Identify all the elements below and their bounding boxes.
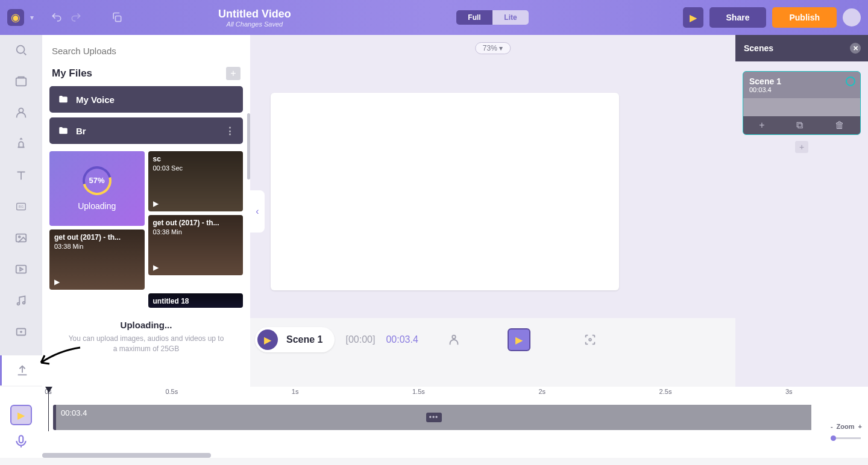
- upload-status: Uploading...: [42, 315, 250, 334]
- app-logo[interactable]: ◉: [7, 9, 24, 26]
- uploading-tile: 57% Uploading: [49, 151, 145, 226]
- undo-icon[interactable]: [51, 11, 63, 23]
- folder-item[interactable]: My Voice: [49, 86, 243, 113]
- folder-item[interactable]: Br ⋮: [49, 117, 243, 144]
- current-scene-label: Scene 1: [286, 334, 322, 345]
- add-scene-button[interactable]: +: [795, 141, 808, 153]
- horizontal-scrollbar[interactable]: [42, 453, 211, 458]
- text-icon[interactable]: [13, 167, 29, 183]
- timeline-ruler: 0s 0.5s 1s 1.5s 2s 2.5s 3s: [48, 388, 820, 400]
- collapse-panel-icon[interactable]: ‹: [250, 190, 265, 232]
- zoom-out-button[interactable]: -: [831, 423, 833, 430]
- clip-icon[interactable]: ▶: [508, 328, 530, 351]
- tile-duration: 00:03 Sec: [153, 164, 183, 172]
- zoom-slider[interactable]: [831, 437, 861, 439]
- play-button[interactable]: ▶: [257, 329, 278, 350]
- svg-point-1: [17, 46, 25, 54]
- tile-title: get out (2017) - th...: [54, 233, 140, 242]
- tile-title: sc: [153, 155, 239, 163]
- focus-icon[interactable]: [583, 333, 597, 346]
- svg-rect-14: [19, 435, 24, 443]
- timeline-clip-icon[interactable]: ▶: [10, 405, 32, 425]
- time-start: [00:00]: [345, 334, 375, 345]
- svg-point-13: [589, 339, 591, 341]
- zoom-dropdown[interactable]: 73% ▾: [475, 42, 511, 54]
- effects-icon[interactable]: [13, 324, 29, 340]
- svg-point-7: [19, 236, 20, 238]
- scene-active-indicator: [846, 76, 855, 86]
- play-icon[interactable]: ▶: [54, 278, 60, 286]
- video-title[interactable]: Untitled Video: [218, 8, 291, 20]
- svg-rect-0: [116, 16, 121, 22]
- add-folder-button[interactable]: +: [226, 67, 241, 80]
- add-scene-icon[interactable]: +: [759, 120, 764, 131]
- svg-point-12: [452, 335, 456, 339]
- scene-time: 00:03.4: [749, 86, 854, 93]
- image-icon[interactable]: [13, 230, 29, 246]
- search-uploads-input[interactable]: [52, 46, 241, 56]
- close-scenes-icon[interactable]: ✕: [850, 43, 861, 54]
- scene-thumbnail: [743, 98, 860, 116]
- delete-scene-icon[interactable]: 🗑: [835, 120, 844, 131]
- uploading-label: Uploading: [78, 201, 116, 211]
- clip-duration: 00:03.4: [61, 408, 87, 417]
- publish-button[interactable]: Publish: [772, 7, 837, 28]
- zoom-in-button[interactable]: +: [858, 423, 862, 430]
- svg-point-9: [17, 303, 20, 305]
- search-icon[interactable]: [13, 42, 29, 58]
- folder-icon: [58, 94, 69, 105]
- tile-duration: 03:38 Min: [54, 243, 83, 250]
- svg-point-10: [23, 302, 25, 304]
- people-icon[interactable]: [13, 105, 29, 120]
- upload-icon[interactable]: [0, 355, 42, 385]
- media-tile[interactable]: sc 00:03 Sec ▶: [148, 151, 244, 211]
- folder-icon: [58, 125, 69, 136]
- svg-rect-2: [16, 78, 27, 86]
- folder-name: Br: [76, 126, 86, 136]
- time-end: 00:03.4: [386, 334, 418, 345]
- upload-percent: 57%: [89, 176, 105, 186]
- redo-icon[interactable]: [70, 11, 82, 23]
- scenes-heading: Scenes: [744, 43, 773, 53]
- folder-name: My Voice: [76, 95, 115, 105]
- play-icon[interactable]: ▶: [153, 263, 159, 272]
- scene-card[interactable]: Scene 1 00:03.4 + ⧉ 🗑: [743, 71, 861, 135]
- duplicate-scene-icon[interactable]: ⧉: [796, 120, 803, 131]
- playhead[interactable]: [48, 387, 49, 431]
- mode-lite-tab[interactable]: Lite: [492, 10, 529, 25]
- clip-options-icon[interactable]: •••: [426, 413, 442, 422]
- scene-name: Scene 1: [749, 76, 854, 86]
- canvas[interactable]: [271, 93, 619, 290]
- tile-duration: 03:38 Min: [153, 228, 182, 236]
- preview-play-button[interactable]: ▶: [683, 7, 703, 28]
- mic-icon[interactable]: [13, 434, 29, 449]
- svg-point-3: [19, 108, 23, 113]
- timeline-clip[interactable]: 00:03.4 •••: [53, 405, 814, 430]
- templates-icon[interactable]: [13, 73, 29, 89]
- user-avatar[interactable]: [843, 8, 861, 27]
- video-icon[interactable]: [13, 261, 29, 277]
- duplicate-icon[interactable]: [111, 11, 123, 23]
- save-status: All Changes Saved: [218, 20, 291, 28]
- props-icon[interactable]: [13, 136, 29, 152]
- svg-text:BG: BG: [19, 205, 24, 208]
- bg-icon[interactable]: BG: [13, 199, 29, 214]
- svg-rect-8: [16, 266, 27, 273]
- tile-title: untitled 18: [153, 297, 239, 305]
- music-icon[interactable]: [13, 293, 29, 308]
- my-files-heading: My Files: [52, 67, 92, 80]
- media-tile[interactable]: untitled 18: [148, 293, 244, 308]
- media-tile[interactable]: get out (2017) - th... 03:38 Min ▶: [148, 215, 244, 275]
- tile-title: get out (2017) - th...: [153, 219, 239, 227]
- play-icon[interactable]: ▶: [153, 199, 159, 208]
- share-button[interactable]: Share: [709, 7, 767, 28]
- zoom-label: Zoom: [837, 423, 855, 430]
- folder-more-icon[interactable]: ⋮: [225, 125, 234, 136]
- logo-dropdown-icon[interactable]: ▾: [30, 13, 34, 22]
- person-icon[interactable]: [447, 333, 461, 346]
- mode-full-tab[interactable]: Full: [456, 10, 492, 25]
- upload-hint: You can upload images, audios and videos…: [42, 334, 250, 361]
- media-tile[interactable]: get out (2017) - th... 03:38 Min ▶: [49, 229, 145, 290]
